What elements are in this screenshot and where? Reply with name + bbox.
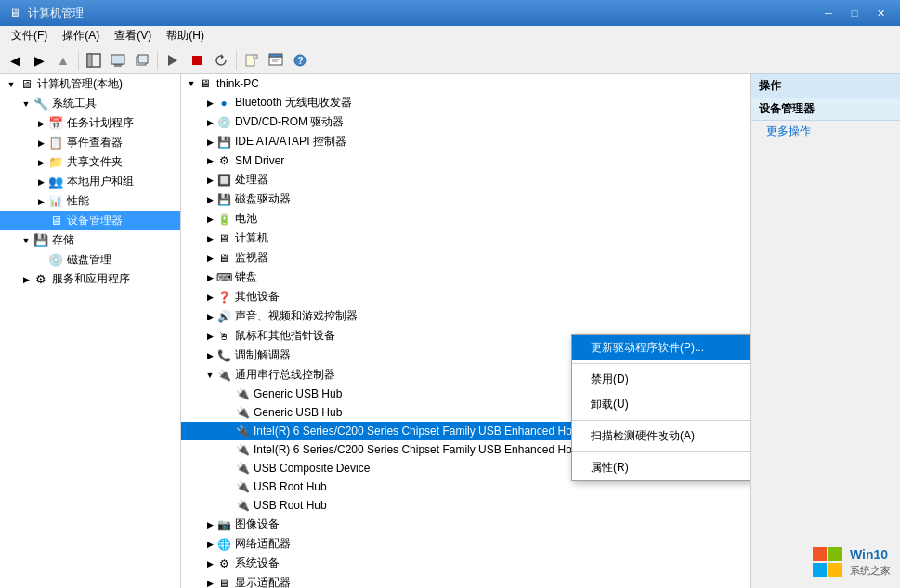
device-dvd[interactable]: ▶ 💿 DVD/CD-ROM 驱动器 xyxy=(181,112,750,132)
dvd-icon: 💿 xyxy=(216,115,231,130)
context-menu-disable[interactable]: 禁用(D) xyxy=(572,367,751,392)
close-button[interactable]: ✕ xyxy=(868,4,893,22)
sidebar-item-device-manager[interactable]: 🖥 设备管理器 xyxy=(0,211,180,230)
title-bar: 🖥 计算机管理 ─ □ ✕ xyxy=(0,0,900,26)
device-label: 计算机 xyxy=(235,230,268,246)
export-button[interactable] xyxy=(241,49,263,72)
sidebar-label: 共享文件夹 xyxy=(67,154,123,170)
device-manager-icon: 🖥 xyxy=(48,214,63,229)
context-menu-separator-1 xyxy=(572,363,751,364)
sidebar-item-task-scheduler[interactable]: ▶ 📅 任务计划程序 xyxy=(0,113,180,133)
menu-file[interactable]: 文件(F) xyxy=(4,26,55,46)
sidebar-item-performance[interactable]: ▶ 📊 性能 xyxy=(0,191,180,211)
device-processor[interactable]: ▶ 🔲 处理器 xyxy=(181,170,750,189)
device-network[interactable]: ▶ 🌐 网络适配器 xyxy=(181,534,750,554)
properties-toolbar-button[interactable] xyxy=(265,49,287,72)
sidebar-item-shared-folders[interactable]: ▶ 📁 共享文件夹 xyxy=(0,152,180,172)
device-sm-driver[interactable]: ▶ ⚙ SM Driver xyxy=(181,151,750,170)
sidebar-item-event-viewer[interactable]: ▶ 📋 事件查看器 xyxy=(0,133,180,152)
device-label: 通用串行总线控制器 xyxy=(235,367,335,383)
main-layout: ▼ 🖥 计算机管理(本地) ▼ 🔧 系统工具 ▶ 📅 任务计划程序 ▶ 📋 事件… xyxy=(0,74,900,588)
expand-arrow: ▶ xyxy=(203,156,216,165)
device-label: 处理器 xyxy=(235,172,268,188)
ide-icon: 💾 xyxy=(216,135,231,150)
device-label: 监视器 xyxy=(235,250,268,266)
system-icon: ⚙ xyxy=(216,556,231,571)
device-system[interactable]: ▶ ⚙ 系统设备 xyxy=(181,554,750,573)
device-label: 键盘 xyxy=(235,269,257,285)
device-other[interactable]: ▶ ❓ 其他设备 xyxy=(181,287,750,307)
context-menu-properties[interactable]: 属性(R) xyxy=(572,455,751,480)
expand-arrow: ▼ xyxy=(19,233,33,248)
device-keyboard[interactable]: ▶ ⌨ 键盘 xyxy=(181,268,750,287)
menu-view[interactable]: 查看(V) xyxy=(107,26,159,46)
expand-arrow: ▶ xyxy=(203,559,216,568)
event-icon: 📋 xyxy=(48,136,63,150)
context-menu-uninstall[interactable]: 卸载(U) xyxy=(572,392,751,417)
expand-arrow: ▼ xyxy=(203,371,216,380)
show-hide-button[interactable] xyxy=(83,49,105,72)
toolbar-separator-2 xyxy=(157,51,158,70)
svg-rect-20 xyxy=(828,547,842,561)
usb-composite-icon: 🔌 xyxy=(235,461,250,476)
sidebar-item-storage[interactable]: ▼ 💾 存储 xyxy=(0,230,180,250)
expand-arrow: ▶ xyxy=(203,234,216,243)
go-button[interactable] xyxy=(162,49,184,72)
processor-icon: 🔲 xyxy=(216,173,231,188)
right-panel-more-actions[interactable]: 更多操作 xyxy=(751,121,900,142)
folder-icon: 📁 xyxy=(48,155,63,170)
maximize-button[interactable]: □ xyxy=(842,4,867,22)
device-display[interactable]: ▶ 🖥 显示适配器 xyxy=(181,573,750,588)
display-icon: 🖥 xyxy=(216,576,231,589)
device-imaging[interactable]: ▶ 📷 图像设备 xyxy=(181,515,750,534)
context-menu-scan-hardware[interactable]: 扫描检测硬件改动(A) xyxy=(572,424,751,449)
sidebar-item-local-users[interactable]: ▶ 👥 本地用户和组 xyxy=(0,172,180,191)
device-usb-root-2[interactable]: 🔌 USB Root Hub xyxy=(181,496,750,515)
computer-icon: 🖥 xyxy=(216,231,231,246)
menu-help[interactable]: 帮助(H) xyxy=(159,26,212,46)
device-think-pc[interactable]: ▼ 🖥 think-PC xyxy=(181,74,750,93)
expand-arrow: ▶ xyxy=(203,293,216,302)
mouse-icon: 🖱 xyxy=(216,329,231,344)
device-monitor[interactable]: ▶ 🖥 监视器 xyxy=(181,248,750,268)
console-root-button[interactable] xyxy=(107,49,129,72)
device-computer[interactable]: ▶ 🖥 计算机 xyxy=(181,229,750,248)
up-button[interactable]: ▲ xyxy=(52,49,74,72)
device-bluetooth[interactable]: ▶ ● Bluetooth 无线电收发器 xyxy=(181,93,750,112)
sidebar-item-system-tools[interactable]: ▼ 🔧 系统工具 xyxy=(0,94,180,113)
expand-arrow: ▶ xyxy=(203,273,216,282)
keyboard-icon: ⌨ xyxy=(216,270,231,285)
sidebar-item-services[interactable]: ▶ ⚙ 服务和应用程序 xyxy=(0,269,180,289)
context-menu-update-driver[interactable]: 更新驱动程序软件(P)... xyxy=(572,335,751,360)
device-label: DVD/CD-ROM 驱动器 xyxy=(235,114,344,130)
expand-arrow xyxy=(33,253,48,268)
device-sound[interactable]: ▶ 🔊 声音、视频和游戏控制器 xyxy=(181,307,750,326)
right-panel-header: 操作 xyxy=(751,74,900,98)
device-disk-drive[interactable]: ▶ 💾 磁盘驱动器 xyxy=(181,189,750,209)
sidebar-item-computer-management[interactable]: ▼ 🖥 计算机管理(本地) xyxy=(0,74,180,94)
minimize-button[interactable]: ─ xyxy=(816,4,841,22)
device-battery[interactable]: ▶ 🔋 电池 xyxy=(181,209,750,229)
right-panel-section[interactable]: 设备管理器 xyxy=(751,98,900,121)
forward-button[interactable]: ▶ xyxy=(28,49,50,72)
menu-action[interactable]: 操作(A) xyxy=(55,26,107,46)
device-label: Generic USB Hub xyxy=(254,387,342,400)
left-panel: ▼ 🖥 计算机管理(本地) ▼ 🔧 系统工具 ▶ 📅 任务计划程序 ▶ 📋 事件… xyxy=(0,74,181,588)
stop-button[interactable] xyxy=(186,49,208,72)
help-toolbar-button[interactable]: ? xyxy=(289,49,311,72)
expand-arrow: ▶ xyxy=(33,155,48,170)
back-button[interactable]: ◀ xyxy=(4,49,26,72)
sound-icon: 🔊 xyxy=(216,309,231,324)
expand-arrow: ▶ xyxy=(33,136,48,150)
win-watermark: Win10 系统之家 xyxy=(811,545,891,579)
expand-arrow: ▶ xyxy=(203,520,216,529)
svg-marker-9 xyxy=(221,54,224,59)
imaging-icon: 📷 xyxy=(216,517,231,532)
sidebar-item-disk-management[interactable]: 💿 磁盘管理 xyxy=(0,250,180,269)
new-window-button[interactable] xyxy=(131,49,153,72)
refresh-button[interactable] xyxy=(210,49,232,72)
title-bar-icon: 🖥 xyxy=(7,6,22,20)
device-ide[interactable]: ▶ 💾 IDE ATA/ATAPI 控制器 xyxy=(181,132,750,151)
expand-arrow: ▼ xyxy=(19,97,33,111)
computer-icon: 🖥 xyxy=(198,76,213,91)
